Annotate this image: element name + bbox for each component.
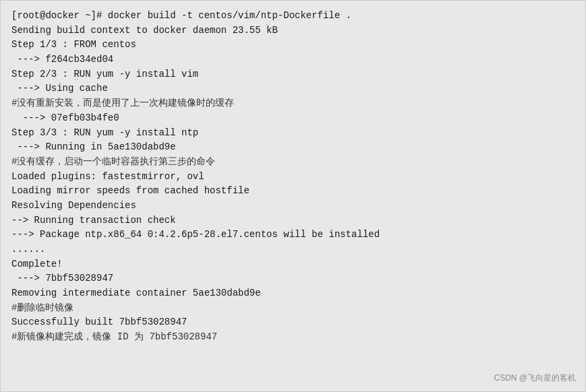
terminal-line: #新镜像构建完成，镜像 ID 为 7bbf53028947 — [11, 330, 575, 345]
terminal-line: Successfully built 7bbf53028947 — [11, 315, 575, 330]
terminal-line: Sending build context to docker daemon 2… — [11, 24, 575, 38]
terminal-window: [root@docker ~]# docker build -t centos/… — [0, 0, 586, 392]
terminal-line: #没有重新安装，而是使用了上一次构建镜像时的缓存 — [11, 96, 575, 111]
terminal-line: #删除临时镜像 — [11, 301, 575, 316]
terminal-line: Step 3/3 : RUN yum -y install ntp — [11, 126, 575, 141]
terminal-line: Complete! — [11, 257, 575, 272]
terminal-line: ---> 07efb03b4fe0 — [11, 111, 575, 126]
terminal-line: ---> 7bbf53028947 — [11, 271, 575, 286]
watermark: CSDN @飞向星的客机 — [494, 372, 576, 385]
terminal-line: ...... — [11, 242, 575, 257]
terminal-output: [root@docker ~]# docker build -t centos/… — [11, 9, 575, 345]
terminal-line: Step 1/3 : FROM centos — [11, 38, 575, 53]
terminal-line: [root@docker ~]# docker build -t centos/… — [11, 9, 575, 24]
terminal-line: ---> Running in 5ae130dabd9e — [11, 140, 575, 155]
terminal-line: ---> Using cache — [11, 81, 575, 96]
terminal-line: Removing intermediate container 5ae130da… — [11, 286, 575, 301]
terminal-line: Loading mirror speeds from cached hostfi… — [11, 184, 575, 199]
terminal-line: Loaded plugins: fastestmirror, ovl — [11, 170, 575, 185]
terminal-line: ---> Package ntp.x86_64 0:4.2.6p5-28.el7… — [11, 228, 575, 242]
terminal-line: ---> f264cb34ed04 — [11, 53, 575, 67]
terminal-line: Resolving Dependencies — [11, 199, 575, 214]
terminal-line: --> Running transaction check — [11, 214, 575, 228]
terminal-line: Step 2/3 : RUN yum -y install vim — [11, 67, 575, 82]
terminal-line: #没有缓存，启动一个临时容器执行第三步的命令 — [11, 155, 575, 170]
